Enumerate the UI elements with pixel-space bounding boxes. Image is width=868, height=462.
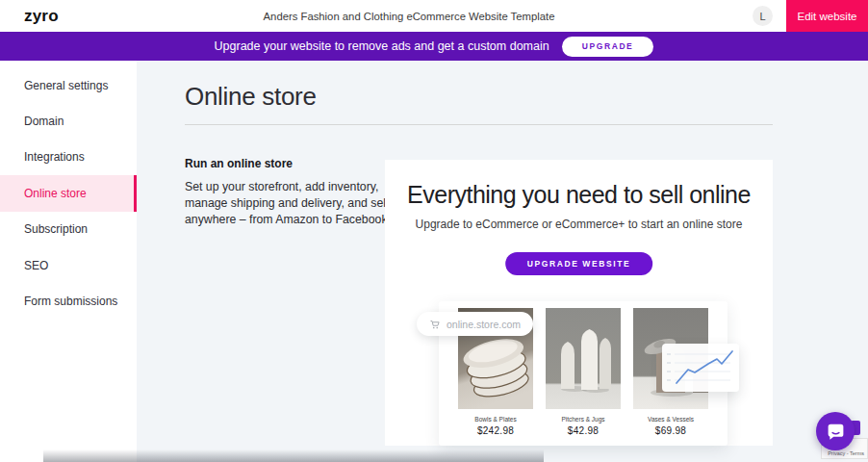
- product-name: Pitchers & Jugs: [561, 416, 604, 423]
- line-chart-icon: [662, 344, 739, 392]
- mockup-url: online.store.com: [447, 319, 521, 330]
- main-content: Online store Run an online store Set up …: [137, 61, 868, 462]
- upgrade-banner: Upgrade your website to remove ads and g…: [0, 32, 868, 61]
- recaptcha-terms[interactable]: Privacy - Terms: [828, 450, 864, 456]
- chat-launcher-button[interactable]: [816, 412, 855, 450]
- zyro-logo[interactable]: zyro: [24, 7, 59, 26]
- user-avatar[interactable]: L: [753, 6, 773, 26]
- intro-heading: Run an online store: [185, 157, 391, 170]
- sidebar-item-online-store[interactable]: Online store: [0, 175, 137, 211]
- upgrade-banner-message: Upgrade your website to remove ads and g…: [215, 39, 549, 53]
- product-price: $42.98: [568, 425, 599, 436]
- product-name: Vases & Vessels: [648, 416, 694, 423]
- site-title: Anders Fashion and Clothing eCommerce We…: [264, 11, 555, 22]
- title-divider: [185, 124, 773, 125]
- sidebar-item-form-submissions[interactable]: Form submissions: [0, 283, 137, 319]
- settings-sidebar: General settings Domain Integrations Onl…: [0, 61, 137, 462]
- page-title: Online store: [185, 82, 317, 112]
- sidebar-item-general-settings[interactable]: General settings: [0, 67, 137, 103]
- top-header: zyro Anders Fashion and Clothing eCommer…: [0, 0, 868, 32]
- edit-website-button[interactable]: Edit website: [786, 0, 868, 32]
- upgrade-website-button[interactable]: UPGRADE WEBSITE: [505, 252, 653, 275]
- product-price: $242.98: [477, 425, 514, 436]
- sidebar-item-domain[interactable]: Domain: [0, 103, 137, 139]
- intro-description: Set up your storefront, add inventory, m…: [185, 179, 391, 228]
- sales-chart-card: [662, 344, 739, 392]
- upsell-heading: Everything you need to sell online: [385, 181, 773, 209]
- upgrade-button[interactable]: UPGRADE: [562, 37, 654, 57]
- intro-section: Run an online store Set up your storefro…: [185, 157, 391, 228]
- ecommerce-upsell-panel: Everything you need to sell online Upgra…: [385, 160, 773, 446]
- cart-icon: [429, 319, 441, 330]
- upsell-subheading: Upgrade to eCommerce or eCommerce+ to st…: [385, 218, 773, 231]
- product-price: $69.98: [655, 425, 686, 436]
- sidebar-item-subscription[interactable]: Subscription: [0, 212, 137, 247]
- sidebar-item-seo[interactable]: SEO: [0, 247, 137, 283]
- product-name: Bowls & Plates: [474, 416, 516, 423]
- product-pitchers-jugs: Pitchers & Jugs $42.98: [546, 308, 621, 446]
- mockup-address-bar: online.store.com: [417, 312, 533, 336]
- pitchers-photo: [546, 308, 621, 409]
- app-window: zyro Anders Fashion and Clothing eCommer…: [0, 0, 868, 462]
- sidebar-item-integrations[interactable]: Integrations: [0, 140, 137, 175]
- chat-bubble-icon: [826, 422, 846, 442]
